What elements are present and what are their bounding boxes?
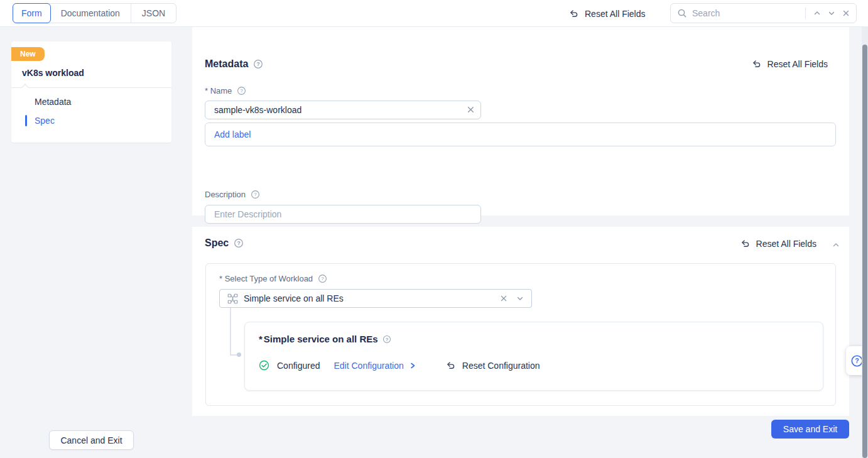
sidebar-title: vK8s workload [22,68,84,78]
save-and-exit-button[interactable]: Save and Exit [771,420,849,439]
svg-text:?: ? [237,240,241,246]
view-tab-group: Form Documentation JSON [13,3,176,23]
spec-section: Spec ? Reset All Fields * Select Type of… [192,227,849,416]
tab-documentation[interactable]: Documentation [50,4,131,23]
connector-dot [237,352,241,357]
reset-fields-label: Reset All Fields [768,59,828,69]
svg-text:?: ? [257,61,260,67]
section-title-text: Spec [205,237,229,249]
cancel-and-exit-button[interactable]: Cancel and Exit [49,430,134,450]
metadata-section-title: Metadata ? [205,58,263,70]
workload-type-icon [227,293,238,304]
divider [11,87,171,88]
description-input-wrap [205,205,481,224]
svg-text:?: ? [321,276,324,281]
edit-configuration-link[interactable]: Edit Configuration [334,361,416,371]
help-icon[interactable]: ? [251,190,260,199]
name-input[interactable] [205,101,481,119]
sidebar-nav-card: New vK8s workload Metadata Spec [11,41,171,143]
search-input[interactable] [692,8,805,18]
reset-all-fields-button[interactable]: Reset All Fields [568,0,645,27]
active-indicator-bar [25,115,27,126]
required-mark: * [259,334,263,344]
chevron-down-icon[interactable] [828,9,835,17]
reset-all-fields-label: Reset All Fields [585,9,645,19]
check-circle-icon [259,360,269,371]
section-title-text: Metadata [205,58,248,70]
topbar: Form Documentation JSON Reset All Fields [0,0,868,27]
connector-line [230,308,231,354]
label-text: * Select Type of Workload [219,274,313,283]
sidebar-item-metadata[interactable]: Metadata [35,97,71,107]
help-icon[interactable]: ? [253,59,263,69]
vk8s-workload-form-page: Form Documentation JSON Reset All Fields [0,0,868,458]
new-badge: New [11,47,45,61]
help-icon[interactable]: ? [318,274,327,283]
close-icon[interactable] [842,9,850,17]
clear-selection-icon[interactable] [500,295,507,302]
chevron-up-icon[interactable] [813,9,821,17]
svg-text:?: ? [254,192,257,197]
label-text: Description [205,190,246,199]
caret-notch [21,84,28,90]
reset-fields-label: Reset All Fields [756,239,816,249]
scrollbar-thumb[interactable] [862,45,867,458]
help-icon[interactable]: ? [234,238,244,248]
metadata-section: Metadata ? Reset All Fields * Name ? Lab… [192,27,849,215]
connector-line [230,354,237,356]
description-input[interactable] [205,205,481,224]
svg-text:?: ? [241,88,244,94]
svg-text:?: ? [385,336,388,342]
metadata-reset-fields-button[interactable]: Reset All Fields [751,59,828,69]
help-icon[interactable]: ? [237,86,246,95]
tab-form[interactable]: Form [13,3,51,23]
name-input-wrap [205,101,481,119]
name-field-label: * Name ? [205,86,246,95]
workload-config-card: * Simple service on all REs ? Configured… [244,322,823,391]
workload-type-label: * Select Type of Workload ? [219,274,327,283]
undo-icon [568,9,579,19]
chevron-right-icon [409,362,416,369]
workload-type-container: * Select Type of Workload ? Simple servi… [205,263,836,406]
help-icon[interactable]: ? [382,335,391,344]
reset-configuration-label: Reset Configuration [462,361,540,371]
sidebar-item-spec[interactable]: Spec [35,116,55,126]
search-controls [805,8,850,19]
divider [805,8,806,19]
chevron-down-icon[interactable] [516,295,524,302]
spec-reset-fields-button[interactable]: Reset All Fields [740,239,816,249]
description-field-label: Description ? [205,190,260,199]
search-icon [677,8,687,18]
reset-configuration-button[interactable]: Reset Configuration [445,361,540,371]
svg-text:?: ? [855,357,859,364]
tab-json[interactable]: JSON [131,4,176,23]
search-box [670,3,857,23]
clear-name-icon[interactable] [467,106,475,114]
undo-icon [740,239,751,249]
workload-type-select[interactable]: Simple service on all REs [219,289,532,308]
spec-section-title: Spec ? [205,237,244,249]
select-controls [500,295,524,302]
edit-configuration-label: Edit Configuration [334,361,404,371]
undo-icon [751,59,762,69]
add-label-button[interactable]: Add label [214,129,251,139]
label-text: * Name [205,86,232,95]
workload-type-value: Simple service on all REs [244,293,494,303]
config-card-title: * Simple service on all REs ? [259,334,391,344]
labels-box: Add label [205,123,836,146]
collapse-chevron-icon[interactable] [832,241,840,249]
undo-icon [445,361,456,371]
status-badge: Configured [277,361,320,371]
config-status-row: Configured Edit Configuration Reset Conf… [259,360,540,371]
config-title-text: Simple service on all REs [264,334,378,344]
